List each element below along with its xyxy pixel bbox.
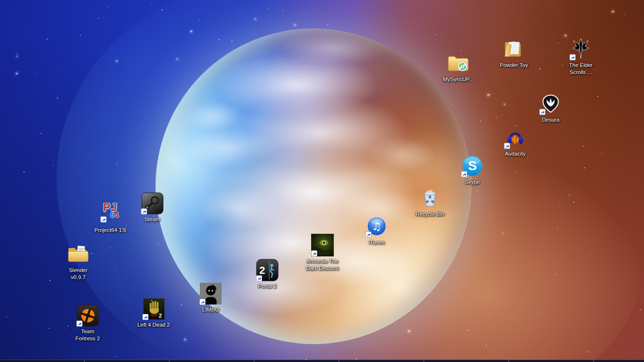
desktop-icon-label: iTunes xyxy=(369,239,385,246)
star xyxy=(219,39,220,40)
star xyxy=(555,274,556,275)
star xyxy=(176,58,178,60)
star xyxy=(6,316,7,317)
portal2-number: 2 xyxy=(259,264,265,276)
desktop-icon-label: Portal 2 xyxy=(258,283,277,290)
desktop-icon-recycle-bin[interactable]: Recycle Bin xyxy=(409,187,451,218)
star xyxy=(559,205,560,206)
star xyxy=(18,9,19,9)
star xyxy=(294,25,295,25)
star xyxy=(597,96,598,97)
desktop-icon-left-4-dead-2[interactable]: 4 DEAD 2 Left 4 Dead 2 xyxy=(132,297,175,329)
star xyxy=(181,95,182,96)
desktop-icon-label: The Elder Scrolls ... xyxy=(566,62,595,76)
shortcut-arrow-icon xyxy=(141,208,147,214)
star xyxy=(198,20,199,21)
desktop-icon-skype[interactable]: S Skype xyxy=(451,155,494,186)
star xyxy=(493,327,493,328)
star xyxy=(268,8,269,9)
desura-logo-icon xyxy=(539,92,562,115)
desktop-icon-team-fortress-2[interactable]: Team Fortress 2 xyxy=(66,304,109,342)
star xyxy=(467,330,468,331)
star xyxy=(480,121,481,122)
star xyxy=(557,228,558,229)
desktop-icon-label: Left 4 Dead 2 xyxy=(137,321,170,329)
audacity-headphones-icon xyxy=(504,126,527,149)
star xyxy=(41,197,42,198)
star xyxy=(496,117,497,118)
shortcut-arrow-icon xyxy=(461,171,467,177)
left4dead2-hand-icon: 4 DEAD 2 xyxy=(142,297,165,320)
desktop-icon-steam[interactable]: Steam xyxy=(131,192,173,223)
star xyxy=(454,347,454,348)
desktop-icon-label: Project64 1.6 xyxy=(94,227,126,234)
desktop-icon-powder-toy[interactable]: Powder Toy xyxy=(493,38,535,69)
star xyxy=(50,280,50,281)
project64-pj-letters: PJ xyxy=(103,203,117,212)
star xyxy=(624,14,625,15)
star xyxy=(181,304,182,305)
desktop-icon-project64[interactable]: PJ 64 Project64 1.6 xyxy=(89,203,132,234)
star xyxy=(569,195,570,196)
limbo-boy-icon xyxy=(199,282,222,305)
star xyxy=(435,34,436,34)
star xyxy=(487,94,489,96)
desktop-icon-elder-scrolls[interactable]: The Elder Scrolls ... xyxy=(560,38,602,76)
desktop-icon-limbo[interactable]: LIMBO xyxy=(190,282,232,313)
desktop-icon-desura[interactable]: Desura xyxy=(529,92,572,123)
desktop-icon-audacity[interactable]: Audacity xyxy=(494,126,537,157)
star xyxy=(162,9,163,10)
star xyxy=(17,53,17,54)
star xyxy=(558,43,559,44)
star xyxy=(608,298,609,299)
recycle-bin-full-icon xyxy=(419,187,441,209)
star xyxy=(503,233,504,234)
star xyxy=(574,165,575,166)
desktop-icon-slender[interactable]: Slender v0.9.7 xyxy=(57,243,99,281)
star xyxy=(11,296,11,296)
star xyxy=(116,356,117,357)
desktop-icon-mysyncup[interactable]: MySyncUP... xyxy=(437,52,479,83)
shortcut-arrow-icon xyxy=(100,216,107,222)
folder-sync-icon xyxy=(447,52,470,74)
taskbar-edge[interactable] xyxy=(0,360,644,362)
folder-full-icon xyxy=(503,38,525,60)
desktop-icon-portal-2[interactable]: 2 Portal 2 xyxy=(246,259,289,290)
desktop-icon-label: Recycle Bin xyxy=(416,211,445,218)
star xyxy=(589,253,590,254)
shortcut-arrow-icon xyxy=(504,143,510,149)
desktop-icon-label: Steam xyxy=(144,216,160,223)
desktop-icon-itunes[interactable]: ♫ iTunes xyxy=(355,215,398,246)
star xyxy=(115,270,116,271)
desktop-icon-amnesia[interactable]: Amnesia The Dark Descent xyxy=(301,234,344,272)
star xyxy=(80,35,81,36)
star xyxy=(91,156,91,157)
star xyxy=(583,146,584,147)
star xyxy=(3,16,4,17)
star xyxy=(16,297,16,297)
desktop-icon-label: Slender v0.9.7 xyxy=(66,267,91,281)
star xyxy=(461,50,462,51)
star xyxy=(190,31,192,32)
star xyxy=(21,247,22,247)
star xyxy=(255,18,256,20)
star xyxy=(41,133,41,134)
steam-icon xyxy=(141,192,164,214)
star xyxy=(231,41,232,41)
star xyxy=(327,25,328,25)
star xyxy=(612,11,613,12)
star xyxy=(108,7,109,8)
star xyxy=(116,164,117,165)
star xyxy=(602,153,603,154)
star xyxy=(502,115,503,116)
star xyxy=(269,4,270,5)
l4d2-number: 2 xyxy=(158,312,162,319)
star xyxy=(510,331,511,332)
desktop-icon-label: MySyncUP... xyxy=(443,76,474,83)
star xyxy=(547,129,548,130)
star xyxy=(509,319,509,320)
star xyxy=(477,190,478,191)
shortcut-arrow-icon xyxy=(256,275,262,281)
desktop-background[interactable]: MySyncUP... Powder Toy xyxy=(0,0,644,362)
skype-icon: S xyxy=(461,155,484,177)
